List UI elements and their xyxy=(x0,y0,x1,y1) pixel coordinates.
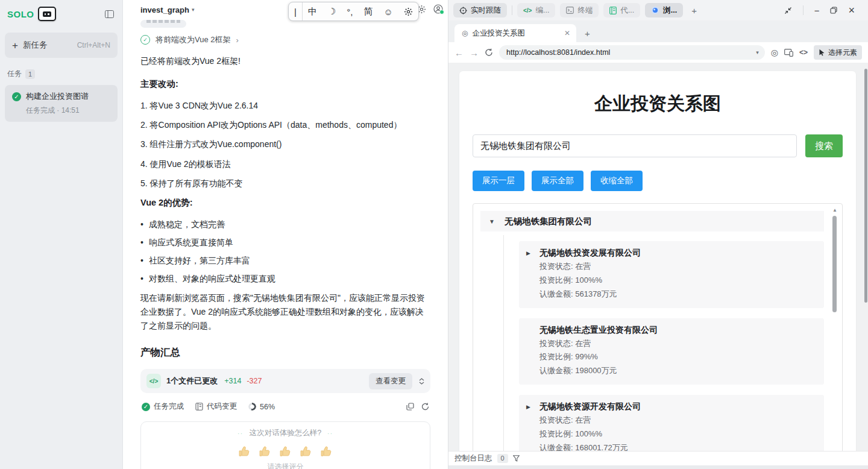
thumb-up-icon[interactable] xyxy=(259,445,272,457)
new-task-button[interactable]: + 新任务 Ctrl+Alt+N xyxy=(5,33,118,58)
artifacts-heading: 产物汇总 xyxy=(140,346,430,359)
feedback-card: ∙∙ 这次对话体验怎么样? ∙∙ 请选择评分 xyxy=(140,421,430,469)
advantages-list: •成熟稳定，文档完善•响应式系统更直接简单•社区支持好，第三方库丰富•对数组、对… xyxy=(140,219,430,285)
restore-button[interactable] xyxy=(830,7,837,14)
refresh-icon[interactable] xyxy=(421,403,429,411)
close-button[interactable]: × xyxy=(848,4,855,17)
invest-ratio: 投资比例: 100%% xyxy=(539,275,817,286)
tab-editor-label: 编... xyxy=(535,5,549,16)
console-log-bar[interactable]: 控制台日志 0 xyxy=(448,451,868,465)
thumb-up-icon[interactable] xyxy=(238,445,251,457)
scrollbar-thumb[interactable] xyxy=(832,216,837,312)
caret-down-icon[interactable]: ▼ xyxy=(489,218,496,225)
ime-settings-gear-icon[interactable] xyxy=(398,2,418,20)
tab-terminal[interactable]: 终端 xyxy=(560,3,599,17)
address-bar[interactable]: ▾ xyxy=(499,45,765,60)
source-code-icon[interactable]: <> xyxy=(799,48,808,57)
tab-browser[interactable]: 浏... xyxy=(645,3,683,17)
thumb-up-icon[interactable] xyxy=(300,445,313,457)
tab-code-label: 代... xyxy=(620,5,634,16)
tasks-count-badge: 1 xyxy=(25,69,35,79)
project-selector[interactable]: invest_graph ▾ xyxy=(140,5,194,14)
code-change-icon xyxy=(195,403,203,411)
change-item: 3. 组件注册方式改为Vue.component() xyxy=(140,139,430,151)
browser-page-tab[interactable]: ◎ 企业投资关系图 ✕ xyxy=(454,24,576,42)
feedback-question: 这次对话体验怎么样? xyxy=(250,428,321,438)
page-scrollbar-thumb[interactable] xyxy=(864,69,867,303)
ime-chinese-mode[interactable]: 中 xyxy=(303,2,322,20)
scroll-up-icon[interactable]: ▲ xyxy=(832,207,837,213)
divider xyxy=(803,5,804,15)
tree-action-button[interactable]: 展示全部 xyxy=(532,171,583,191)
tree-node-card[interactable]: ▶ 无锡地铁投资发展有限公司 投资状态: 在营 投资比例: 100%% 认缴金额… xyxy=(519,241,824,308)
console-log-label: 控制台日志 xyxy=(454,453,492,464)
tree-scrollbar[interactable]: ▲ xyxy=(831,207,838,451)
invest-amount: 认缴金额: 198000万元 xyxy=(539,365,817,377)
file-change-card: </> 1个文件已更改 +314 -327 查看变更 xyxy=(140,369,430,393)
device-toolbar-icon[interactable] xyxy=(784,49,793,57)
minimize-button[interactable]: − xyxy=(814,6,820,15)
rating-row xyxy=(148,445,423,457)
account-avatar[interactable] xyxy=(433,4,443,14)
completed-step[interactable]: ✓ 将前端改为Vue 2框架 › xyxy=(140,34,430,45)
tab-follow[interactable]: 实时跟随 xyxy=(453,3,507,17)
tree-action-button[interactable]: 展示一层 xyxy=(473,171,524,191)
tab-terminal-label: 终端 xyxy=(577,5,593,16)
back-icon[interactable]: ← xyxy=(454,48,464,58)
expand-collapse-icon[interactable] xyxy=(419,378,424,385)
collapse-sidebar-icon[interactable] xyxy=(103,8,115,20)
assistant-intro: 已经将前端改为Vue 2框架! xyxy=(140,55,430,67)
search-button[interactable]: 搜索 xyxy=(805,134,843,157)
window-bottom-edge xyxy=(448,465,868,469)
step-check-icon: ✓ xyxy=(140,35,150,45)
changes-list: 1. 将Vue 3 CDN改为Vue 2.6.142. 将Composition… xyxy=(140,100,430,189)
task-list-item[interactable]: ✓ 构建企业投资图谱 任务完成 · 14:51 xyxy=(5,85,118,122)
tab-code[interactable]: 代... xyxy=(603,3,640,17)
tree-root-node[interactable]: ▼ 无锡地铁集团有限公司 xyxy=(480,211,824,231)
invest-status: 投资状态: 在营 xyxy=(539,415,817,426)
console-count-badge: 0 xyxy=(497,454,508,463)
notebook-icon xyxy=(609,7,617,14)
ime-punctuation[interactable]: °, xyxy=(341,2,358,20)
dock-panel-icon[interactable] xyxy=(784,7,792,14)
close-tab-icon[interactable]: ✕ xyxy=(564,29,570,37)
thumb-up-icon[interactable] xyxy=(279,445,292,457)
task-status: 任务完成 · 14:51 xyxy=(26,105,110,116)
app-logo: SOLO xyxy=(7,7,56,21)
new-task-shortcut: Ctrl+Alt+N xyxy=(77,41,110,49)
forward-icon[interactable]: → xyxy=(470,48,479,58)
code-icon: </> xyxy=(523,7,532,14)
task-complete-icon: ✓ xyxy=(142,403,150,411)
company-name: 无锡地铁投资发展有限公司 xyxy=(539,248,641,259)
rating-hint: 请选择评分 xyxy=(148,462,423,469)
company-search-input[interactable] xyxy=(473,134,797,157)
select-element-label: 选择元素 xyxy=(828,48,857,58)
select-element-button[interactable]: 选择元素 xyxy=(814,45,862,60)
chevron-down-icon: ▾ xyxy=(192,7,195,13)
sidebar-header: SOLO xyxy=(5,5,118,23)
tree-node-card[interactable]: ▶ 无锡地铁生态置业投资有限公司 投资状态: 在营 投资比例: 99%% 认缴金… xyxy=(519,318,824,385)
inspect-target-icon[interactable]: ◎ xyxy=(771,48,778,57)
thumb-up-icon[interactable] xyxy=(320,445,333,457)
ime-halfwidth-moon-icon[interactable]: ☽ xyxy=(322,2,341,20)
caret-right-icon[interactable]: ▶ xyxy=(526,250,533,256)
copy-icon[interactable] xyxy=(406,403,414,411)
file-change-label: 1个文件已更改 xyxy=(166,376,218,386)
caret-right-icon[interactable]: ▶ xyxy=(526,404,533,410)
add-tab-icon[interactable]: + xyxy=(688,5,700,16)
tab-follow-label: 实时跟随 xyxy=(471,5,501,16)
ime-toolbar[interactable]: | 中 ☽ °, 简 ☺ xyxy=(288,2,419,21)
filter-funnel-icon[interactable] xyxy=(513,455,520,462)
new-browser-tab-icon[interactable]: + xyxy=(585,28,590,39)
tree-node-card[interactable]: ▶ 无锡地铁资源开发有限公司 投资状态: 在营 投资比例: 100%% 认缴金额… xyxy=(519,395,824,451)
ime-simplified[interactable]: 简 xyxy=(359,2,379,20)
decoration-left: ∙∙ xyxy=(237,430,244,436)
ime-emoji-icon[interactable]: ☺ xyxy=(379,2,398,20)
company-name: 无锡地铁资源开发有限公司 xyxy=(539,401,641,412)
chevron-down-icon[interactable]: ▾ xyxy=(756,49,759,55)
tab-editor[interactable]: </> 编... xyxy=(517,3,555,17)
preview-panel: 实时跟随 </> 编... 终端 代... 浏... + − xyxy=(448,0,868,469)
reload-icon[interactable] xyxy=(485,48,493,57)
tree-action-button[interactable]: 收缩全部 xyxy=(591,171,643,191)
view-changes-button[interactable]: 查看变更 xyxy=(369,373,412,389)
